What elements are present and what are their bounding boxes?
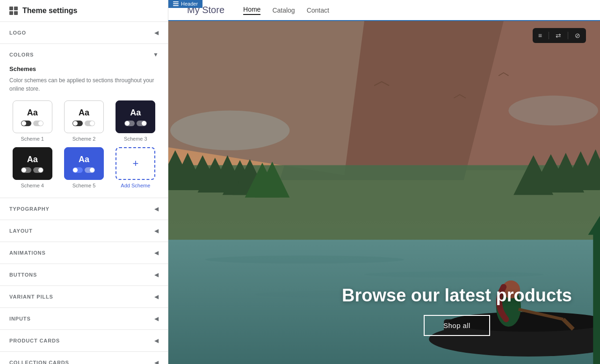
svg-point-9 xyxy=(170,110,289,150)
sidebar: Theme settings LOGO ◀ COLORS ▼ Schemes C… xyxy=(0,0,168,364)
scheme-card-2[interactable]: Aa Scheme 2 xyxy=(61,100,107,142)
schemes-title: Schemes xyxy=(9,65,159,72)
scheme-toggles-5 xyxy=(72,167,95,173)
scheme-card-3[interactable]: Aa Scheme 3 xyxy=(113,100,159,142)
section-buttons-header[interactable]: BUTTONS ◀ xyxy=(0,264,168,285)
hero-title: Browse our latest products xyxy=(342,285,572,306)
svg-point-27 xyxy=(205,256,405,264)
section-layout: LAYOUT ◀ xyxy=(0,220,168,242)
toolbar-divider-1 xyxy=(549,32,549,39)
chevron-right-icon-btn: ◀ xyxy=(154,271,159,278)
nav-links: Home Catalog Contact xyxy=(243,6,329,15)
section-typography: TYPOGRAPHY ◀ xyxy=(0,198,168,220)
toggle-1a xyxy=(21,121,31,126)
scheme-box-4: Aa xyxy=(13,147,52,180)
section-layout-label: LAYOUT xyxy=(9,228,33,234)
toggle-2b xyxy=(85,121,95,126)
preview-toolbar: ≡ ⇄ ⊘ xyxy=(533,28,586,43)
align-icon[interactable]: ⇄ xyxy=(556,32,561,39)
section-product-cards-label: PRODUCT CARDS xyxy=(9,338,60,343)
header-badge: Header xyxy=(168,0,202,8)
plus-icon: + xyxy=(132,157,138,170)
chevron-right-icon-vp: ◀ xyxy=(154,293,159,300)
scheme-label-5: Scheme 5 xyxy=(72,183,96,188)
preview-header: Header My Store Home Catalog Contact xyxy=(168,0,600,21)
svg-rect-0 xyxy=(173,1,179,2)
scheme-label-3: Scheme 3 xyxy=(124,136,147,142)
section-collection-cards-label: COLLECTION CARDS xyxy=(9,360,69,364)
section-buttons-label: BUTTONS xyxy=(9,272,37,278)
section-animations-header[interactable]: ANIMATIONS ◀ xyxy=(0,242,168,264)
eye-slash-icon[interactable]: ⊘ xyxy=(575,32,580,39)
section-variant-pills-header[interactable]: VARIANT PILLS ◀ xyxy=(0,286,168,307)
toggle-3a xyxy=(124,121,135,126)
scheme-label-4: Scheme 4 xyxy=(21,183,44,188)
section-typography-label: TYPOGRAPHY xyxy=(9,206,50,212)
sidebar-content: LOGO ◀ COLORS ▼ Schemes Color schemes ca… xyxy=(0,22,168,364)
scheme-aa-3: Aa xyxy=(130,108,141,118)
scheme-card-1[interactable]: Aa Scheme 1 xyxy=(9,100,55,142)
section-inputs: INPUTS ◀ xyxy=(0,308,168,330)
chevron-right-icon-typo: ◀ xyxy=(154,206,159,212)
section-buttons: BUTTONS ◀ xyxy=(0,264,168,286)
colors-expanded-content: Schemes Color schemes can be applied to … xyxy=(0,65,168,198)
toolbar-divider-2 xyxy=(568,32,568,39)
section-inputs-header[interactable]: INPUTS ◀ xyxy=(0,308,168,329)
nav-catalog[interactable]: Catalog xyxy=(272,7,295,14)
hero-area: Browse our latest products Shop all xyxy=(168,21,600,364)
scheme-toggles-1 xyxy=(21,121,43,126)
section-colors-label: COLORS xyxy=(9,52,34,57)
section-variant-pills-label: VARIANT PILLS xyxy=(9,294,53,300)
scheme-toggles-2 xyxy=(72,121,95,126)
section-animations: ANIMATIONS ◀ xyxy=(0,242,168,264)
toggle-4a xyxy=(21,167,31,173)
add-scheme-label: Add Scheme xyxy=(121,183,150,188)
scheme-card-4[interactable]: Aa Scheme 4 xyxy=(9,147,55,188)
toggle-3b xyxy=(137,121,147,126)
shop-all-button[interactable]: Shop all xyxy=(424,315,490,336)
scheme-toggles-4 xyxy=(21,167,43,173)
scheme-card-5[interactable]: Aa Scheme 5 xyxy=(61,147,107,188)
scheme-aa-2: Aa xyxy=(79,108,89,118)
chevron-down-icon: ▼ xyxy=(153,51,159,58)
scheme-aa-5: Aa xyxy=(79,155,89,164)
section-product-cards-header[interactable]: PRODUCT CARDS ◀ xyxy=(0,330,168,351)
scheme-box-5: Aa xyxy=(64,147,104,180)
svg-point-10 xyxy=(508,96,598,126)
hero-content: Browse our latest products Shop all xyxy=(342,285,572,336)
grid-icon xyxy=(9,7,18,15)
scheme-aa-4: Aa xyxy=(27,155,38,164)
scheme-label-2: Scheme 2 xyxy=(72,136,96,142)
scheme-toggles-3 xyxy=(124,121,147,126)
section-variant-pills: VARIANT PILLS ◀ xyxy=(0,286,168,308)
preview-area: Header My Store Home Catalog Contact ≡ ⇄… xyxy=(168,0,600,364)
svg-rect-37 xyxy=(593,230,600,364)
toggle-5b xyxy=(85,167,95,173)
scheme-box-2: Aa xyxy=(64,100,104,133)
section-logo-label: LOGO xyxy=(9,30,26,36)
section-collection-cards-header[interactable]: COLLECTION CARDS ◀ xyxy=(0,352,168,364)
section-inputs-label: INPUTS xyxy=(9,316,31,321)
nav-home[interactable]: Home xyxy=(243,6,260,15)
section-product-cards: PRODUCT CARDS ◀ xyxy=(0,330,168,352)
scheme-label-1: Scheme 1 xyxy=(21,136,44,142)
section-typography-header[interactable]: TYPOGRAPHY ◀ xyxy=(0,198,168,220)
toggle-4b xyxy=(33,167,43,173)
chevron-right-icon: ◀ xyxy=(154,29,159,36)
schemes-description: Color schemes can be applied to sections… xyxy=(9,76,159,93)
sidebar-header: Theme settings xyxy=(0,0,168,22)
add-scheme-card[interactable]: + Add Scheme xyxy=(113,147,159,188)
section-layout-header[interactable]: LAYOUT ◀ xyxy=(0,220,168,242)
scheme-box-1: Aa xyxy=(13,100,52,133)
section-animations-label: ANIMATIONS xyxy=(9,250,46,256)
section-colors-header[interactable]: COLORS ▼ xyxy=(0,44,168,65)
nav-contact[interactable]: Contact xyxy=(307,7,329,14)
section-colors: COLORS ▼ Schemes Color schemes can be ap… xyxy=(0,44,168,198)
section-logo: LOGO ◀ xyxy=(0,22,168,44)
chevron-right-icon-anim: ◀ xyxy=(154,250,159,256)
svg-rect-2 xyxy=(173,5,179,6)
toggle-5a xyxy=(72,167,83,173)
section-logo-header[interactable]: LOGO ◀ xyxy=(0,22,168,43)
schemes-grid: Aa Scheme 1 Aa xyxy=(9,100,159,188)
text-format-icon[interactable]: ≡ xyxy=(538,32,542,39)
